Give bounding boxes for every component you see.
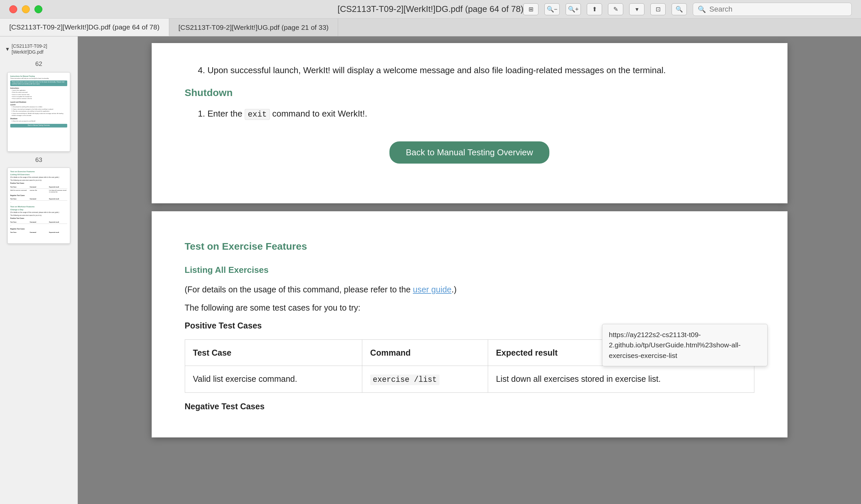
- exit-command: exit: [245, 109, 270, 120]
- back-to-manual-testing-button[interactable]: Back to Manual Testing Overview: [390, 141, 550, 164]
- zoom-in-button[interactable]: 🔍+: [565, 3, 581, 15]
- pdf-page-63: 4. Upon successful launch, WerkIt! will …: [152, 43, 788, 203]
- toolbar: ⊞ 🔍− 🔍+ ⬆ ✎ ▾ ⊡ 🔍 🔍: [523, 3, 852, 16]
- search-bar: 🔍: [693, 3, 852, 16]
- close-button[interactable]: [9, 5, 17, 13]
- main-layout: ▾ [CS2113T-T09-2][WerkIt!]DG.pdf 62 Inst…: [0, 37, 861, 504]
- cell-command: exercise /list: [362, 366, 488, 393]
- content-area[interactable]: 4. Upon successful launch, WerkIt! will …: [78, 37, 861, 504]
- sidebar-page-62-num: 62: [0, 58, 78, 70]
- chevron-down-icon: ▾: [6, 45, 9, 53]
- annotate-button[interactable]: ✎: [608, 3, 623, 15]
- para1: (For details on the usage of this comman…: [185, 283, 754, 297]
- search-input[interactable]: [709, 5, 847, 14]
- search-icon: 🔍: [698, 5, 706, 13]
- step-4: 4. Upon successful launch, WerkIt! will …: [198, 63, 754, 78]
- sidebar-thumbnail-64[interactable]: Test on Exercise Features Listing All Ex…: [7, 167, 70, 244]
- col-command: Command: [362, 339, 488, 366]
- titlebar: [CS2113T-T09-2][WerkIt!]DG.pdf (page 64 …: [0, 0, 861, 18]
- user-guide-link[interactable]: user guide: [413, 285, 452, 294]
- url-tooltip: https://ay2122s2-cs2113t-t09-2.github.io…: [602, 324, 768, 367]
- share-button[interactable]: ⬆: [587, 3, 602, 15]
- tab-ug[interactable]: [CS2113T-T09-2][WerkIt!]UG.pdf (page 21 …: [169, 18, 339, 36]
- pdf-page-64: Test on Exercise Features Listing All Ex…: [152, 211, 788, 437]
- zoom-out-button[interactable]: 🔍−: [544, 3, 560, 15]
- annotate-dropdown[interactable]: ▾: [629, 3, 644, 15]
- minimize-button[interactable]: [22, 5, 30, 13]
- negative-test-cases-heading: Negative Test Cases: [185, 399, 754, 413]
- find-button[interactable]: 🔍: [672, 3, 687, 15]
- back-button-container: Back to Manual Testing Overview: [185, 132, 754, 174]
- sidebar-page-63-num: 63: [0, 154, 78, 166]
- listing-all-exercises-heading: Listing All Exercises: [185, 263, 754, 277]
- tab-dg[interactable]: [CS2113T-T09-2][WerkIt!]DG.pdf (page 64 …: [0, 18, 169, 36]
- exercise-features-heading: Test on Exercise Features: [185, 238, 754, 255]
- window-title: [CS2113T-T09-2][WerkIt!]DG.pdf (page 64 …: [338, 4, 523, 14]
- cell-expected: List down all exercises stored in exerci…: [488, 366, 754, 393]
- para2: The following are some test cases for yo…: [185, 301, 754, 315]
- view-toggle-button[interactable]: ⊞: [523, 3, 538, 15]
- sidebar-thumbnail-63[interactable]: Instructions for Manual Testing These in…: [7, 72, 70, 152]
- shutdown-heading: Shutdown: [185, 84, 754, 101]
- cell-test-case: Valid list exercise command.: [185, 366, 362, 393]
- sidebar: ▾ [CS2113T-T09-2][WerkIt!]DG.pdf 62 Inst…: [0, 37, 78, 504]
- sidebar-filename: [CS2113T-T09-2][WerkIt!]DG.pdf: [12, 43, 71, 55]
- sidebar-toggle-button[interactable]: ⊡: [651, 3, 666, 15]
- maximize-button[interactable]: [35, 5, 42, 13]
- col-test-case: Test Case: [185, 339, 362, 366]
- tabbar: [CS2113T-T09-2][WerkIt!]DG.pdf (page 64 …: [0, 18, 861, 37]
- step-1-shutdown: 1. Enter the exit command to exit WerkIt…: [198, 106, 754, 122]
- table-row: Valid list exercise command. exercise /l…: [185, 366, 754, 393]
- traffic-lights: [9, 5, 42, 13]
- sidebar-header[interactable]: ▾ [CS2113T-T09-2][WerkIt!]DG.pdf: [0, 40, 78, 58]
